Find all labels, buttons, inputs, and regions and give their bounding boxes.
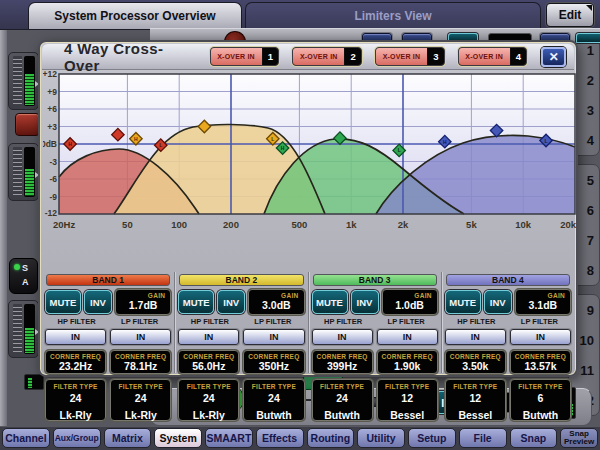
band2-gain-display[interactable]: GAIN 3.0dB	[248, 289, 304, 315]
band3-inv-button[interactable]: INV	[351, 290, 379, 314]
nav-setup[interactable]: Setup	[408, 428, 456, 448]
svg-text:-3: -3	[49, 157, 57, 167]
nav-file[interactable]: File	[459, 428, 507, 448]
band2-mute-button[interactable]: MUTE	[178, 290, 214, 314]
band4-hp-filter-type[interactable]: FILTER TYPE 12 Bessel	[445, 379, 506, 421]
xover-in-4-button[interactable]: X-OVER IN 4	[458, 47, 528, 66]
svg-text:10k: 10k	[515, 219, 532, 230]
toggle-led-icon	[14, 264, 20, 270]
gain-label: GAIN	[516, 292, 570, 299]
nav-aux-group[interactable]: Aux/Group	[53, 428, 101, 448]
lp-filter-label: LP FILTER	[241, 317, 304, 328]
tab-limiters-view[interactable]: Limiters View	[245, 2, 541, 29]
edit-button[interactable]: Edit	[546, 3, 594, 27]
band4-mute-button[interactable]: MUTE	[445, 290, 481, 314]
corner-freq-value: 1.90k	[378, 360, 437, 372]
filter-slope: 24	[244, 390, 303, 407]
band-panels: BAND 1 MUTE INV GAIN 1.7dB HP FILTER LP …	[42, 272, 574, 373]
band3-lp-in-button[interactable]: IN	[377, 329, 438, 345]
nav-utility[interactable]: Utility	[357, 428, 405, 448]
band2-lp-filter-type[interactable]: FILTER TYPE 24 Butwth	[243, 379, 304, 421]
band1-lp-filter-type[interactable]: FILTER TYPE 24 Lk-Rly	[110, 379, 171, 421]
gain-label: GAIN	[116, 292, 170, 299]
close-button[interactable]: ✕	[541, 47, 566, 67]
hp-filter-label: HP FILTER	[178, 317, 241, 328]
band2-inv-button[interactable]: INV	[217, 290, 245, 314]
band4-hp-corner-freq[interactable]: CORNER FREQ 3.50k	[445, 350, 506, 374]
nav-routing[interactable]: Routing	[307, 428, 355, 448]
small-meter	[24, 374, 44, 390]
filter-slope: 24	[111, 390, 170, 407]
svg-text:1k: 1k	[346, 219, 357, 230]
input-meter-1	[8, 52, 39, 110]
band3-hp-in-button[interactable]: IN	[312, 329, 373, 345]
band2-header: BAND 2	[179, 274, 303, 286]
corner-freq-label: CORNER FREQ	[244, 353, 303, 360]
band3-gain-display[interactable]: GAIN 1.0dB	[382, 289, 438, 315]
band1-hp-in-button[interactable]: IN	[45, 329, 106, 345]
svg-text:-9: -9	[49, 192, 57, 202]
meter-led-bar	[25, 74, 34, 105]
corner-freq-value: 3.50k	[446, 360, 505, 372]
meter-scale	[13, 56, 22, 106]
band2-hp-in-button[interactable]: IN	[178, 329, 239, 345]
band4-lp-filter-type[interactable]: FILTER TYPE 6 Butwth	[510, 379, 571, 421]
xover-in-number: 3	[428, 48, 444, 65]
band1-hp-corner-freq[interactable]: CORNER FREQ 23.2Hz	[45, 350, 106, 374]
svg-text:100: 100	[171, 219, 187, 230]
band3-mute-button[interactable]: MUTE	[312, 290, 348, 314]
band1-lp-corner-freq[interactable]: CORNER FREQ 78.1Hz	[110, 350, 171, 374]
meter-well	[24, 56, 35, 106]
xover-in-1-button[interactable]: X-OVER IN 1	[210, 47, 280, 66]
nav-effects[interactable]: Effects	[256, 428, 304, 448]
band3-lp-corner-freq[interactable]: CORNER FREQ 1.90k	[377, 350, 438, 374]
filter-type-label: FILTER TYPE	[446, 383, 505, 390]
corner-freq-value: 56.0Hz	[179, 360, 238, 372]
band4-lp-corner-freq[interactable]: CORNER FREQ 13.57k	[510, 350, 571, 374]
filter-type-label: FILTER TYPE	[511, 383, 570, 390]
bottom-nav-bar: Channel Aux/Group Matrix System SMAART E…	[0, 427, 600, 450]
band3-hp-filter-type[interactable]: FILTER TYPE 24 Butwth	[312, 379, 373, 421]
band1-inv-button[interactable]: INV	[84, 290, 112, 314]
filter-type-value: Lk-Rly	[111, 407, 170, 424]
band3-hp-corner-freq[interactable]: CORNER FREQ 399Hz	[312, 350, 373, 374]
corner-freq-value: 13.57k	[511, 360, 570, 372]
nav-snap-preview[interactable]: Snap Preview	[560, 428, 598, 448]
corner-freq-value: 78.1Hz	[111, 360, 170, 372]
band4-gain-display[interactable]: GAIN 3.1dB	[515, 289, 571, 315]
band3-panel: BAND 3 MUTE INV GAIN 1.0dB HP FILTER LP …	[308, 272, 441, 373]
filter-slope: 24	[313, 390, 372, 407]
nav-matrix[interactable]: Matrix	[104, 428, 152, 448]
band3-lp-filter-type[interactable]: FILTER TYPE 12 Bessel	[377, 379, 438, 421]
left-edge-strip	[0, 30, 7, 426]
svg-text:-6: -6	[49, 174, 57, 184]
filter-type-value: Butwth	[511, 407, 570, 424]
sa-toggle-switch[interactable]: S A	[9, 258, 38, 294]
xover-in-2-button[interactable]: X-OVER IN 2	[292, 47, 362, 66]
nav-system[interactable]: System	[154, 428, 202, 448]
nav-smaart[interactable]: SMAART	[205, 428, 253, 448]
corner-freq-value: 399Hz	[313, 360, 372, 372]
band4-inv-button[interactable]: INV	[484, 290, 512, 314]
toggle-label-bottom: A	[22, 276, 35, 290]
band1-lp-in-button[interactable]: IN	[110, 329, 171, 345]
band2-lp-corner-freq[interactable]: CORNER FREQ 350Hz	[243, 350, 304, 374]
xover-in-3-button[interactable]: X-OVER IN 3	[375, 47, 445, 66]
band1-hp-filter-type[interactable]: FILTER TYPE 24 Lk-Rly	[45, 379, 106, 421]
svg-text:+9: +9	[47, 87, 57, 97]
toggle-label-top: S	[22, 262, 35, 276]
band2-hp-corner-freq[interactable]: CORNER FREQ 56.0Hz	[178, 350, 239, 374]
filter-type-value: Butwth	[244, 407, 303, 424]
tab-system-processor-overview[interactable]: System Processor Overview	[28, 2, 242, 29]
band1-mute-button[interactable]: MUTE	[45, 290, 81, 314]
nav-channel[interactable]: Channel	[2, 428, 50, 448]
nav-snap[interactable]: Snap	[510, 428, 558, 448]
band2-panel: BAND 2 MUTE INV GAIN 3.0dB HP FILTER LP …	[174, 272, 307, 373]
red-button[interactable]	[15, 113, 40, 136]
band2-lp-in-button[interactable]: IN	[243, 329, 304, 345]
band4-lp-in-button[interactable]: IN	[510, 329, 571, 345]
band4-hp-in-button[interactable]: IN	[445, 329, 506, 345]
filter-slope: 24	[46, 390, 105, 407]
band1-gain-display[interactable]: GAIN 1.7dB	[115, 289, 171, 315]
band2-hp-filter-type[interactable]: FILTER TYPE 24 Lk-Rly	[178, 379, 239, 421]
